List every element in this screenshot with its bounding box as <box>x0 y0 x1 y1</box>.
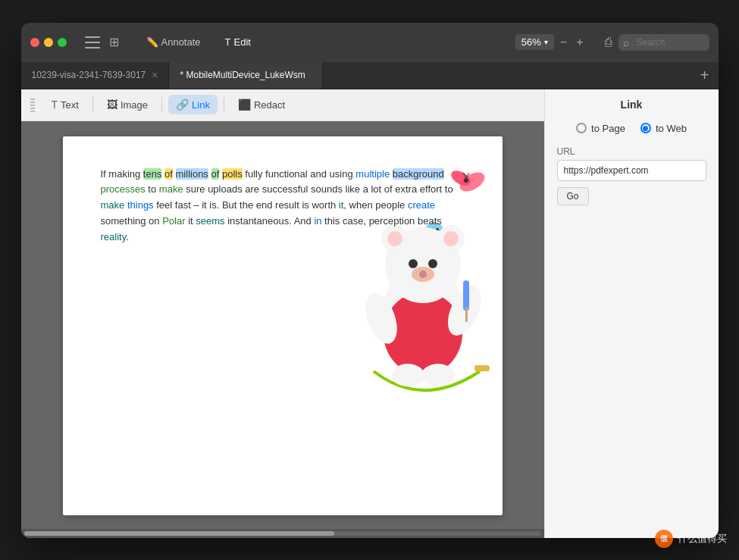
page-text: If making tens of millions of polls full… <box>101 167 465 246</box>
to-web-label: to Web <box>656 123 687 134</box>
drag-handle-icon <box>30 97 35 112</box>
document-page[interactable]: If making tens of millions of polls full… <box>21 121 544 529</box>
tab-2[interactable]: * MobileMultiDevice_LukeWsm <box>169 62 322 89</box>
to-page-label: to Page <box>591 123 625 134</box>
title-bar: ⊞ ✏️ Annotate T Edit 56% ▾ − + ⎙ <box>21 23 719 62</box>
to-page-option[interactable]: to Page <box>576 123 625 134</box>
scrollbar-thumb[interactable] <box>24 531 334 536</box>
right-panel: Link to Page to Web URL Go <box>544 89 719 538</box>
text-tool-button[interactable]: T Text <box>44 95 86 114</box>
redact-tool-label: Redact <box>254 99 285 111</box>
to-web-radio[interactable] <box>640 123 651 133</box>
page-content: If making tens of millions of polls full… <box>63 136 503 515</box>
panel-title: Link <box>545 89 719 117</box>
tab-2-label: * MobileMultiDevice_LukeWsm <box>180 70 305 80</box>
text-tool-label: Text <box>61 99 79 111</box>
zoom-chevron-icon: ▾ <box>544 38 548 46</box>
title-actions: ⎙ <box>605 34 709 51</box>
svg-point-19 <box>419 271 427 278</box>
highlight-1: tens <box>143 168 162 180</box>
text-make: make <box>159 183 183 195</box>
redact-tool-button[interactable]: ⬛ Redact <box>230 95 293 114</box>
to-web-option[interactable]: to Web <box>640 123 687 134</box>
tab-1-close-icon[interactable]: × <box>152 69 158 81</box>
annotate-icon: ✏️ <box>146 36 158 48</box>
highlight-2: of <box>164 168 173 180</box>
toolbar-divider-3 <box>224 97 224 112</box>
text-polar: Polar <box>162 215 185 227</box>
watermark-text: 什么值得买 <box>678 532 727 546</box>
zoom-out-button[interactable]: − <box>557 34 570 51</box>
link-tool-button[interactable]: 🔗 Link <box>168 95 218 114</box>
to-page-radio[interactable] <box>576 123 587 133</box>
sidebar-toggle-button[interactable] <box>85 36 100 48</box>
highlight-4: of <box>211 168 220 180</box>
highlight-3: millions <box>176 168 208 180</box>
text-things: things <box>127 199 154 211</box>
annotate-label: Annotate <box>161 36 201 48</box>
text-reality: reality <box>101 231 127 242</box>
tab-1[interactable]: 10239-visa-2341-7639-3017 × <box>21 62 170 89</box>
svg-point-16 <box>409 259 418 268</box>
url-input[interactable] <box>557 160 706 181</box>
highlight-5: polls <box>222 168 243 180</box>
toolbar-divider-2 <box>161 97 162 112</box>
redact-tool-icon: ⬛ <box>238 99 251 111</box>
text-it: it <box>339 199 344 211</box>
horizontal-scrollbar[interactable] <box>21 529 544 538</box>
url-section: URL Go <box>545 140 719 211</box>
text-multiple: multiple <box>355 168 390 180</box>
toolbar-divider-1 <box>92 97 93 112</box>
link-type-radio-group: to Page to Web <box>545 117 719 140</box>
svg-point-25 <box>421 364 455 386</box>
text-make2: make <box>101 199 125 211</box>
search-wrapper <box>618 34 709 51</box>
maximize-button[interactable] <box>58 38 67 47</box>
annotation-toolbar: T Text 🖼 Image 🔗 Link ⬛ Redact <box>21 89 544 121</box>
scrollbar-track <box>24 531 541 536</box>
app-window: ⊞ ✏️ Annotate T Edit 56% ▾ − + ⎙ <box>21 23 719 538</box>
svg-point-17 <box>428 259 437 268</box>
watermark: 值 什么值得买 <box>655 530 727 548</box>
svg-rect-22 <box>463 280 469 311</box>
zoom-in-button[interactable]: + <box>573 34 586 51</box>
traffic-lights <box>30 38 67 47</box>
edit-icon: T <box>225 36 231 48</box>
text-seems: seems <box>196 215 224 227</box>
svg-rect-26 <box>474 365 490 371</box>
text-in: in <box>314 215 321 227</box>
zoom-value: 56% <box>521 36 541 48</box>
tabs-bar: 10239-visa-2341-7639-3017 × * MobileMult… <box>21 62 719 89</box>
highlight-6: background <box>393 168 444 180</box>
edit-button[interactable]: T Edit <box>219 33 257 51</box>
share-icon[interactable]: ⎙ <box>605 36 612 49</box>
url-label: URL <box>557 146 706 157</box>
add-tab-button[interactable]: + <box>691 62 719 89</box>
minimize-button[interactable] <box>44 38 53 47</box>
search-input[interactable] <box>618 34 709 51</box>
tab-1-label: 10239-visa-2341-7639-3017 <box>32 70 146 80</box>
zoom-display[interactable]: 56% ▾ <box>515 34 554 50</box>
link-tool-icon: 🔗 <box>176 99 189 111</box>
annotate-button[interactable]: ✏️ Annotate <box>140 33 207 51</box>
edit-label: Edit <box>234 36 251 48</box>
toolbar-center: ✏️ Annotate T Edit <box>140 33 257 51</box>
page-paragraph: If making tens of millions of polls full… <box>101 167 465 246</box>
main-content: T Text 🖼 Image 🔗 Link ⬛ Redact <box>21 89 719 538</box>
image-tool-button[interactable]: 🖼 Image <box>99 95 155 114</box>
svg-rect-23 <box>465 307 468 322</box>
svg-point-24 <box>391 364 424 386</box>
document-area: T Text 🖼 Image 🔗 Link ⬛ Redact <box>21 89 544 538</box>
go-button[interactable]: Go <box>557 187 589 205</box>
image-tool-icon: 🖼 <box>107 99 117 111</box>
grid-view-icon[interactable]: ⊞ <box>109 35 119 49</box>
watermark-logo: 值 <box>655 530 673 548</box>
zoom-control: 56% ▾ − + <box>515 34 587 51</box>
close-button[interactable] <box>30 38 39 47</box>
text-processes: processes <box>101 183 146 195</box>
link-tool-label: Link <box>192 99 210 111</box>
image-tool-label: Image <box>121 99 148 111</box>
text-tool-icon: T <box>52 99 58 111</box>
text-create: create <box>408 199 435 211</box>
